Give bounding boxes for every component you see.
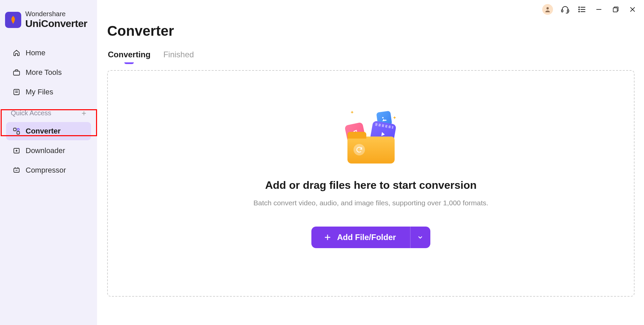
svg-rect-5 [17, 131, 20, 134]
sidebar-item-home[interactable]: Home [6, 44, 91, 62]
sidebar-item-compressor[interactable]: Compressor [6, 161, 91, 179]
logo-icon [5, 12, 21, 28]
folder-icon [347, 137, 395, 164]
tabs: Converting Finished [97, 39, 644, 63]
add-file-button[interactable]: Add File/Folder [311, 227, 410, 248]
sidebar-item-label: Downloader [26, 146, 65, 155]
support-icon[interactable] [560, 5, 570, 14]
window-controls [542, 4, 637, 15]
sparkle-icon: ✦ [393, 115, 397, 120]
svg-point-15 [579, 7, 579, 7]
svg-point-6 [17, 128, 19, 130]
sidebar-item-converter[interactable]: Converter [6, 122, 91, 140]
add-file-label: Add File/Folder [337, 233, 396, 242]
sidebar-item-label: Converter [26, 127, 61, 136]
main-content: Converter Converting Finished ✦ ✦ Add or… [97, 0, 644, 325]
downloader-icon [12, 146, 21, 155]
menu-icon[interactable] [577, 5, 587, 14]
user-avatar[interactable] [542, 4, 553, 15]
nav-primary: Home More Tools My Files [3, 44, 94, 101]
add-file-dropdown-button[interactable] [410, 227, 430, 248]
dropzone[interactable]: ✦ ✦ Add or drag files here to start conv… [107, 70, 635, 297]
svg-point-23 [382, 117, 384, 119]
sidebar-item-label: Compressor [26, 166, 66, 175]
sidebar-item-label: More Tools [26, 68, 62, 77]
dropzone-illustration: ✦ ✦ [344, 110, 398, 167]
compressor-icon [12, 166, 21, 175]
svg-rect-0 [13, 71, 20, 75]
tab-finished[interactable]: Finished [163, 50, 194, 63]
sync-icon [354, 144, 365, 155]
sidebar-item-label: Home [26, 49, 45, 57]
sidebar-item-downloader[interactable]: Downloader [6, 142, 91, 160]
add-quick-access-button[interactable]: + [82, 109, 86, 118]
dropzone-subtitle: Batch convert video, audio, and image fi… [253, 199, 488, 207]
maximize-button[interactable] [611, 5, 620, 14]
app-logo: Wondershare UniConverter [3, 10, 94, 30]
svg-rect-11 [568, 10, 569, 12]
add-file-group: Add File/Folder [311, 227, 430, 248]
brand-name: Wondershare [25, 10, 87, 18]
quick-access-header: Quick Access + [3, 102, 94, 121]
svg-point-9 [547, 7, 549, 9]
sidebar-item-label: My Files [26, 88, 53, 96]
svg-rect-20 [613, 8, 617, 12]
files-icon [12, 88, 21, 96]
nav-quick-access: Converter Downloader Compressor [3, 122, 94, 179]
svg-point-16 [579, 9, 579, 10]
svg-point-17 [579, 11, 579, 12]
converter-icon [12, 127, 21, 136]
sidebar-item-my-files[interactable]: My Files [6, 83, 91, 101]
close-button[interactable] [628, 5, 637, 14]
sidebar-item-more-tools[interactable]: More Tools [6, 63, 91, 82]
minimize-button[interactable] [594, 5, 604, 14]
logo-text: Wondershare UniConverter [25, 10, 87, 30]
svg-rect-4 [13, 128, 16, 131]
sparkle-icon: ✦ [350, 110, 354, 115]
toolbox-icon [12, 68, 21, 77]
dropzone-title: Add or drag files here to start conversi… [265, 179, 477, 191]
home-icon [12, 49, 21, 57]
sidebar: Wondershare UniConverter Home More Tools… [0, 0, 97, 325]
chevron-down-icon [417, 234, 424, 241]
svg-rect-1 [14, 89, 19, 95]
tab-converting[interactable]: Converting [108, 50, 151, 63]
quick-access-label: Quick Access [11, 109, 51, 117]
plus-icon [324, 233, 332, 241]
product-name: UniConverter [25, 18, 87, 30]
svg-rect-10 [561, 10, 563, 12]
